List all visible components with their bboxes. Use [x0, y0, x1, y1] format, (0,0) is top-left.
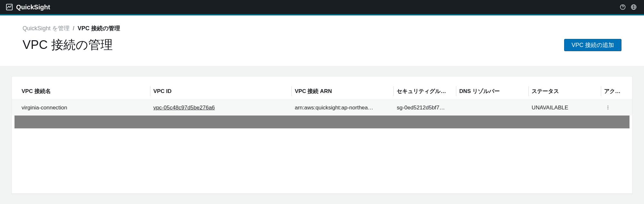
breadcrumb-current: VPC 接続の管理 — [78, 24, 120, 32]
body-region: VPC 接続名 VPC ID VPC 接続 ARN セキュリティグル… DNS … — [0, 66, 644, 204]
col-header-vpcid[interactable]: VPC ID — [150, 83, 291, 100]
quicksight-logo-icon — [6, 4, 13, 11]
svg-point-7 — [608, 107, 608, 108]
add-vpc-connection-button[interactable]: VPC 接続の追加 — [564, 39, 621, 51]
svg-point-8 — [608, 108, 608, 109]
cell-dns — [456, 100, 528, 116]
page-title: VPC 接続の管理 — [23, 37, 113, 53]
svg-point-2 — [622, 8, 623, 9]
col-header-name[interactable]: VPC 接続名 — [12, 83, 150, 100]
cell-actions — [601, 100, 632, 116]
col-header-dns[interactable]: DNS リゾルバー — [456, 83, 528, 100]
col-header-status[interactable]: ステータス — [528, 83, 601, 100]
app-root: QuickSight QuickSight を管理 / VPC 接続の管理 — [0, 0, 644, 204]
help-icon[interactable] — [618, 3, 627, 12]
breadcrumb-sep: / — [73, 25, 74, 32]
table-row[interactable]: virginia-connection vpc-05c48c97d5be276a… — [12, 100, 632, 116]
col-header-arn[interactable]: VPC 接続 ARN — [291, 83, 393, 100]
cell-vpc-id[interactable]: vpc-05c48c97d5be276a6 — [150, 100, 291, 116]
page-header: QuickSight を管理 / VPC 接続の管理 VPC 接続の管理 VPC… — [0, 15, 644, 66]
vpc-connections-panel: VPC 接続名 VPC ID VPC 接続 ARN セキュリティグル… DNS … — [12, 76, 632, 194]
table-header-row: VPC 接続名 VPC ID VPC 接続 ARN セキュリティグル… DNS … — [12, 83, 632, 100]
col-header-sg[interactable]: セキュリティグル… — [393, 83, 456, 100]
brand[interactable]: QuickSight — [6, 4, 50, 11]
breadcrumb: QuickSight を管理 / VPC 接続の管理 — [23, 24, 621, 32]
cell-arn: arn:aws:quicksight:ap-northea… — [291, 100, 393, 116]
top-bar: QuickSight — [0, 0, 644, 14]
vpc-connections-table: VPC 接続名 VPC ID VPC 接続 ARN セキュリティグル… DNS … — [12, 83, 632, 116]
breadcrumb-parent[interactable]: QuickSight を管理 — [23, 24, 70, 32]
globe-icon[interactable] — [629, 3, 638, 12]
table-wrap: VPC 接続名 VPC ID VPC 接続 ARN セキュリティグル… DNS … — [12, 77, 632, 128]
brand-name: QuickSight — [16, 4, 50, 11]
cell-sg: sg-0ed5212d5bf7… — [393, 100, 456, 116]
row-actions-kebab-icon[interactable] — [604, 104, 612, 111]
horizontal-scrollbar[interactable] — [14, 116, 630, 128]
svg-point-6 — [608, 106, 608, 106]
col-header-actions[interactable]: アク… — [601, 83, 632, 100]
cell-status: UNAVAILABLE — [528, 100, 601, 116]
cell-connection-name[interactable]: virginia-connection — [12, 100, 150, 116]
